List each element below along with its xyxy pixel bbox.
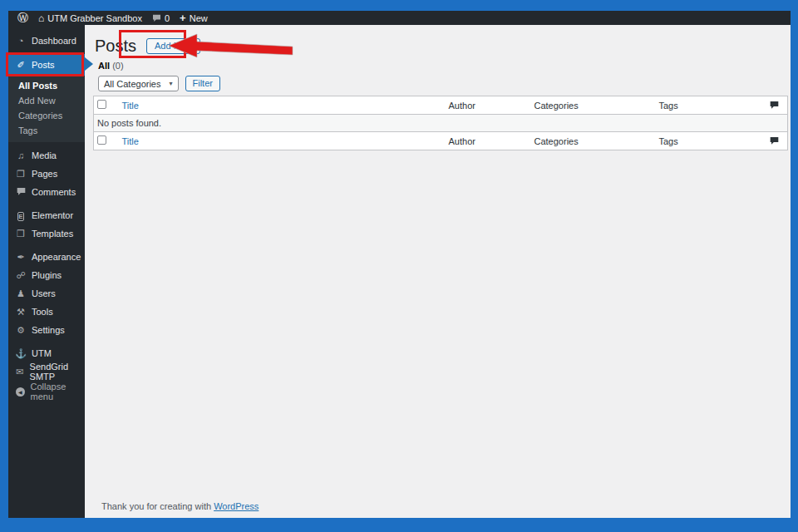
page-title: Posts bbox=[95, 37, 136, 55]
comments-icon bbox=[15, 187, 27, 197]
add-new-button[interactable]: Add New bbox=[146, 38, 200, 54]
sidebar-item-label: Pages bbox=[32, 169, 57, 179]
home-icon: ⌂ bbox=[38, 13, 44, 23]
views-all-link[interactable]: All bbox=[98, 61, 110, 71]
sidebar-item-label: Media bbox=[32, 150, 57, 160]
admin-bar-new[interactable]: + New bbox=[175, 11, 213, 25]
sidebar-item-label: Tools bbox=[32, 307, 53, 317]
site-name: UTM Grabber Sandbox bbox=[47, 13, 142, 23]
categories-footer: Categories bbox=[531, 132, 656, 150]
views-filter: All (0) bbox=[98, 61, 788, 71]
no-posts-message: No posts found. bbox=[94, 115, 788, 132]
sidebar-item-label: Plugins bbox=[32, 270, 62, 280]
select-all-checkbox[interactable] bbox=[97, 100, 106, 109]
brush-icon: ✒ bbox=[15, 253, 27, 262]
user-icon: ♟ bbox=[15, 289, 27, 298]
comments-column-icon bbox=[770, 136, 779, 145]
views-all-count: (0) bbox=[112, 61, 123, 71]
comment-count: 0 bbox=[165, 13, 170, 23]
hook-icon: ⚓ bbox=[15, 349, 27, 358]
wordpress-admin-window: Ⓦ ⌂ UTM Grabber Sandbox 0 + New ◔ Dashbo… bbox=[8, 11, 791, 518]
tags-header: Tags bbox=[656, 96, 766, 115]
sort-title-header[interactable]: Title bbox=[122, 101, 139, 111]
pages-icon: ❐ bbox=[15, 170, 27, 179]
sidebar-item-label: Collapse menu bbox=[31, 382, 86, 401]
admin-bar: Ⓦ ⌂ UTM Grabber Sandbox 0 + New bbox=[8, 11, 791, 25]
wordpress-logo-menu[interactable]: Ⓦ bbox=[12, 11, 33, 25]
tags-footer: Tags bbox=[656, 132, 766, 150]
categories-dropdown[interactable]: All Categories ▾ bbox=[98, 76, 179, 91]
sidebar-item-label: Comments bbox=[32, 187, 76, 197]
submenu-categories[interactable]: Categories bbox=[8, 108, 85, 123]
categories-header: Categories bbox=[531, 96, 656, 115]
sidebar-item-tools[interactable]: ⚒ Tools bbox=[8, 303, 85, 321]
sidebar-item-label: Elementor bbox=[32, 210, 73, 220]
envelope-icon: ✉ bbox=[15, 367, 25, 377]
sidebar-item-utm[interactable]: ⚓ UTM bbox=[8, 344, 85, 362]
posts-submenu: All Posts Add New Categories Tags bbox=[8, 76, 85, 142]
footer-credit-text: Thank you for creating with bbox=[101, 501, 214, 511]
submenu-tags[interactable]: Tags bbox=[8, 123, 85, 138]
table-footer-row: Title Author Categories Tags bbox=[94, 132, 788, 150]
select-all-checkbox-bottom[interactable] bbox=[97, 135, 106, 145]
dashboard-icon: ◔ bbox=[15, 37, 27, 46]
sidebar-item-users[interactable]: ♟ Users bbox=[8, 284, 85, 303]
sidebar-item-label: SendGrid SMTP bbox=[30, 362, 85, 382]
chevron-down-icon: ▾ bbox=[169, 80, 172, 87]
media-icon: ♫ bbox=[15, 151, 27, 160]
sidebar-item-pages[interactable]: ❐ Pages bbox=[8, 165, 85, 183]
admin-sidebar: ◔ Dashboard ✐ Posts All Posts Add New Ca… bbox=[8, 25, 85, 518]
plus-icon: + bbox=[180, 13, 186, 22]
sidebar-item-appearance[interactable]: ✒ Appearance bbox=[8, 248, 85, 266]
sidebar-item-sendgrid-smtp[interactable]: ✉ SendGrid SMTP bbox=[8, 362, 85, 381]
table-header-row: Title Author Categories Tags bbox=[94, 96, 788, 115]
sidebar-item-label: Dashboard bbox=[32, 36, 76, 46]
sidebar-item-plugins[interactable]: ☍ Plugins bbox=[8, 266, 85, 284]
new-label: New bbox=[190, 13, 208, 23]
pushpin-icon: ✐ bbox=[15, 61, 27, 70]
sidebar-item-label: Templates bbox=[32, 229, 73, 239]
sidebar-item-dashboard[interactable]: ◔ Dashboard bbox=[8, 32, 85, 50]
sidebar-item-label: Appearance bbox=[32, 252, 81, 262]
folder-icon: ❒ bbox=[15, 229, 27, 239]
sidebar-item-comments[interactable]: Comments bbox=[8, 183, 85, 201]
posts-table: Title Author Categories Tags No posts f bbox=[93, 96, 788, 150]
wrench-icon: ⚒ bbox=[15, 308, 27, 317]
filter-button[interactable]: Filter bbox=[185, 76, 220, 91]
collapse-menu-button[interactable]: ◀ Collapse menu bbox=[8, 382, 85, 401]
sidebar-item-posts[interactable]: ✐ Posts bbox=[8, 54, 85, 76]
wordpress-link[interactable]: WordPress bbox=[214, 501, 259, 511]
submenu-add-new[interactable]: Add New bbox=[8, 93, 85, 108]
main-content: Posts Add New All (0) All Categories ▾ F… bbox=[85, 25, 791, 518]
author-header: Author bbox=[446, 96, 531, 115]
sidebar-item-label: Posts bbox=[32, 60, 55, 70]
gear-icon: ⚙ bbox=[15, 326, 27, 335]
comment-bubble-icon bbox=[152, 14, 161, 22]
submenu-all-posts[interactable]: All Posts bbox=[8, 78, 85, 93]
sidebar-item-elementor[interactable]: E Elementor bbox=[8, 206, 85, 224]
author-footer: Author bbox=[446, 132, 531, 150]
empty-row: No posts found. bbox=[94, 115, 788, 132]
sidebar-item-label: Users bbox=[32, 288, 56, 298]
plugin-icon: ☍ bbox=[15, 271, 27, 280]
sort-title-footer[interactable]: Title bbox=[122, 136, 139, 146]
active-menu-arrow bbox=[85, 57, 93, 71]
collapse-arrow-icon: ◀ bbox=[15, 387, 26, 397]
sidebar-item-media[interactable]: ♫ Media bbox=[8, 146, 85, 165]
wordpress-logo-icon: Ⓦ bbox=[17, 12, 28, 23]
comments-column-icon bbox=[770, 101, 779, 109]
sidebar-item-templates[interactable]: ❒ Templates bbox=[8, 224, 85, 243]
sidebar-item-label: Settings bbox=[32, 325, 65, 335]
site-name-menu[interactable]: ⌂ UTM Grabber Sandbox bbox=[33, 11, 147, 25]
categories-dropdown-value: All Categories bbox=[104, 79, 160, 89]
elementor-icon: E bbox=[15, 211, 27, 220]
admin-bar-comments[interactable]: 0 bbox=[147, 11, 175, 25]
sidebar-item-label: UTM bbox=[32, 348, 52, 358]
footer-credit: Thank you for creating with WordPress bbox=[101, 501, 259, 511]
sidebar-item-settings[interactable]: ⚙ Settings bbox=[8, 321, 85, 339]
